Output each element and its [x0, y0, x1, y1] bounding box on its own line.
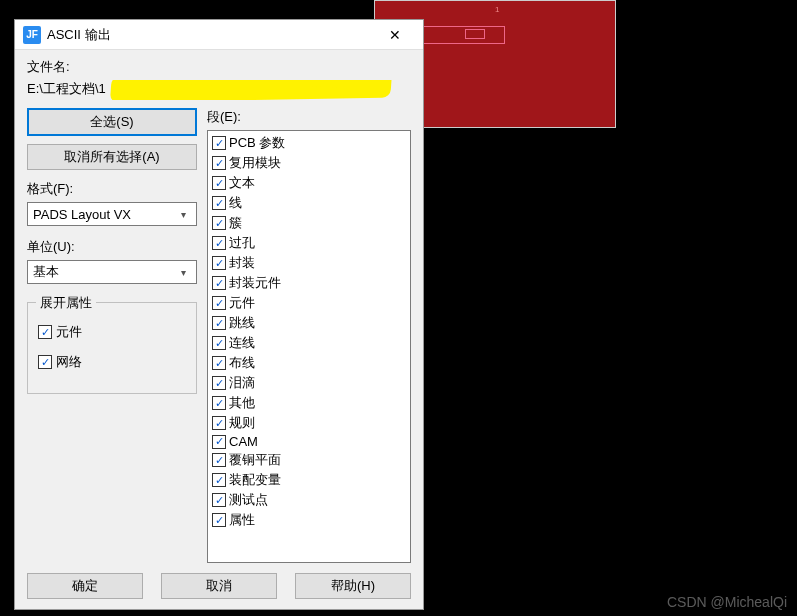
checkbox-icon: ✓ [212, 316, 226, 330]
checkbox-icon: ✓ [38, 355, 52, 369]
section-item-label: 属性 [229, 511, 255, 529]
section-item-label: 封装元件 [229, 274, 281, 292]
section-item[interactable]: ✓封装 [212, 253, 406, 273]
expand-checkbox-label: 元件 [56, 323, 82, 341]
section-item-label: 跳线 [229, 314, 255, 332]
unit-value: 基本 [33, 263, 59, 281]
cancel-button[interactable]: 取消 [161, 573, 277, 599]
format-combobox[interactable]: PADS Layout VX ▾ [27, 202, 197, 226]
filename-label: 文件名: [27, 58, 411, 76]
checkbox-icon: ✓ [212, 376, 226, 390]
watermark: CSDN @MichealQi [667, 594, 787, 610]
section-item-label: 布线 [229, 354, 255, 372]
section-item-label: PCB 参数 [229, 134, 285, 152]
checkbox-icon: ✓ [212, 296, 226, 310]
section-item[interactable]: ✓属性 [212, 510, 406, 530]
checkbox-icon: ✓ [212, 136, 226, 150]
checkbox-icon: ✓ [212, 276, 226, 290]
section-item[interactable]: ✓泪滴 [212, 373, 406, 393]
checkbox-icon: ✓ [212, 416, 226, 430]
section-item[interactable]: ✓元件 [212, 293, 406, 313]
section-item-label: 规则 [229, 414, 255, 432]
filepath-row: E:\工程文档\1 [27, 80, 411, 100]
ascii-export-dialog: JF ASCII 输出 ✕ 文件名: E:\工程文档\1 全选(S) 取消所有选… [14, 19, 424, 610]
section-item[interactable]: ✓文本 [212, 173, 406, 193]
section-item[interactable]: ✓簇 [212, 213, 406, 233]
checkbox-icon: ✓ [212, 435, 226, 449]
section-item[interactable]: ✓过孔 [212, 233, 406, 253]
section-item-label: 线 [229, 194, 242, 212]
format-value: PADS Layout VX [33, 207, 131, 222]
checkbox-icon: ✓ [212, 493, 226, 507]
section-label: 段(E): [207, 108, 411, 126]
section-item[interactable]: ✓装配变量 [212, 470, 406, 490]
chevron-down-icon: ▾ [181, 209, 191, 220]
section-item[interactable]: ✓复用模块 [212, 153, 406, 173]
window-title: ASCII 输出 [47, 26, 375, 44]
section-item-label: 连线 [229, 334, 255, 352]
section-item[interactable]: ✓PCB 参数 [212, 133, 406, 153]
checkbox-icon: ✓ [212, 473, 226, 487]
format-label: 格式(F): [27, 180, 197, 198]
section-item-label: 装配变量 [229, 471, 281, 489]
section-item-label: 元件 [229, 294, 255, 312]
section-item[interactable]: ✓其他 [212, 393, 406, 413]
section-item[interactable]: ✓覆铜平面 [212, 450, 406, 470]
expand-checkbox-label: 网络 [56, 353, 82, 371]
section-item-label: 文本 [229, 174, 255, 192]
section-item-label: 泪滴 [229, 374, 255, 392]
section-item[interactable]: ✓测试点 [212, 490, 406, 510]
section-item-label: 其他 [229, 394, 255, 412]
section-item[interactable]: ✓布线 [212, 353, 406, 373]
section-item-label: 簇 [229, 214, 242, 232]
section-item-label: 覆铜平面 [229, 451, 281, 469]
close-button[interactable]: ✕ [375, 21, 415, 49]
expand-checkbox[interactable]: ✓元件 [38, 323, 186, 341]
expand-group-title: 展开属性 [36, 294, 96, 312]
chevron-down-icon: ▾ [181, 267, 191, 278]
section-item-label: 过孔 [229, 234, 255, 252]
expand-checkbox[interactable]: ✓网络 [38, 353, 186, 371]
section-item-label: 复用模块 [229, 154, 281, 172]
checkbox-icon: ✓ [212, 396, 226, 410]
section-item-label: 封装 [229, 254, 255, 272]
checkbox-icon: ✓ [212, 453, 226, 467]
app-icon: JF [23, 26, 41, 44]
checkbox-icon: ✓ [212, 176, 226, 190]
section-listbox[interactable]: ✓PCB 参数✓复用模块✓文本✓线✓簇✓过孔✓封装✓封装元件✓元件✓跳线✓连线✓… [207, 130, 411, 563]
section-item[interactable]: ✓封装元件 [212, 273, 406, 293]
unit-label: 单位(U): [27, 238, 197, 256]
section-item[interactable]: ✓CAM [212, 433, 406, 450]
ok-button[interactable]: 确定 [27, 573, 143, 599]
section-item-label: 测试点 [229, 491, 268, 509]
select-all-button[interactable]: 全选(S) [27, 108, 197, 136]
checkbox-icon: ✓ [212, 196, 226, 210]
checkbox-icon: ✓ [212, 356, 226, 370]
section-item[interactable]: ✓线 [212, 193, 406, 213]
help-button[interactable]: 帮助(H) [295, 573, 411, 599]
checkbox-icon: ✓ [212, 216, 226, 230]
checkbox-icon: ✓ [38, 325, 52, 339]
checkbox-icon: ✓ [212, 236, 226, 250]
deselect-all-button[interactable]: 取消所有选择(A) [27, 144, 197, 170]
section-item[interactable]: ✓连线 [212, 333, 406, 353]
section-item-label: CAM [229, 434, 258, 449]
section-item[interactable]: ✓跳线 [212, 313, 406, 333]
checkbox-icon: ✓ [212, 513, 226, 527]
titlebar: JF ASCII 输出 ✕ [15, 20, 423, 50]
unit-combobox[interactable]: 基本 ▾ [27, 260, 197, 284]
checkbox-icon: ✓ [212, 156, 226, 170]
expand-attributes-group: 展开属性 ✓元件✓网络 [27, 302, 197, 394]
section-item[interactable]: ✓规则 [212, 413, 406, 433]
checkbox-icon: ✓ [212, 256, 226, 270]
checkbox-icon: ✓ [212, 336, 226, 350]
filepath-text: E:\工程文档\1 [27, 81, 106, 96]
